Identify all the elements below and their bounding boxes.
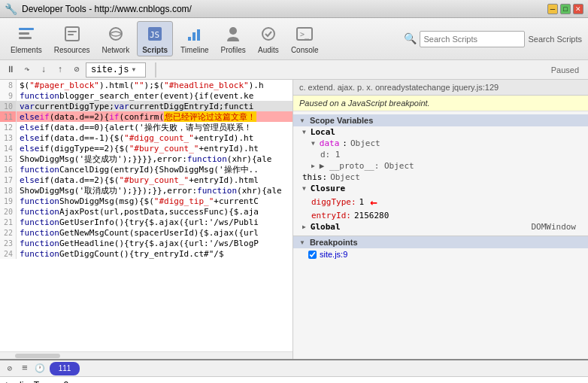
svg-rect-2 (19, 37, 32, 39)
profiles-icon (223, 23, 244, 44)
local-header[interactable]: Local (293, 126, 588, 138)
toolbar-timeline[interactable]: Timeline (176, 22, 213, 56)
toolbar-scripts[interactable]: JS Scripts (137, 21, 173, 56)
step-into-button[interactable]: ↓ (36, 62, 51, 78)
console-line-1: ▶ diggType = 2 (6, 380, 156, 383)
svg-rect-10 (192, 32, 195, 41)
network-label: Network (102, 46, 130, 54)
secondary-toolbar: ⏸ ↷ ↓ ↑ ⊘ site.js ▼ Paused (0, 60, 588, 80)
timeline-icon (184, 23, 205, 44)
toolbar-resources[interactable]: Resources (50, 22, 95, 56)
search-icon: 🔍 (404, 32, 417, 45)
audits-label: Audits (258, 46, 279, 54)
titlebar: 🔧 Developer Tools - http://www.cnblogs.c… (0, 0, 588, 18)
elements-label: Elements (11, 46, 42, 54)
window-controls: ─ □ ✕ (547, 4, 583, 14)
toolbar-console[interactable]: >_ Console (286, 22, 323, 56)
code-line-10: 10 var currentDiggType;var currentDiggEn… (0, 101, 292, 111)
svg-rect-0 (19, 28, 34, 30)
global-header[interactable]: Global DOMWindow (293, 221, 588, 233)
maximize-button[interactable]: □ (560, 4, 571, 14)
code-line-22: 22 function GetNewMsgCount(spacerUserId)… (0, 227, 292, 238)
console-prompt-1: ▶ (6, 380, 12, 383)
call-stack-info: c. extend. ajax. p. x. onreadystatechang… (293, 80, 588, 96)
step-out-button[interactable]: ↑ (53, 62, 68, 78)
code-line-11: 11 else if(data.d==2){if(confirm(您已经评论过这… (0, 111, 292, 122)
this-key: this: (302, 172, 327, 182)
console-content: ▶ diggType = 2 2 ▶ diggType 2 ▶ ↙ 点此打开控制… (0, 377, 588, 383)
global-triangle-icon (302, 223, 306, 230)
diggtype-item: diggType: 1 ← (293, 194, 588, 210)
titlebar-icon: 🔧 (5, 3, 17, 15)
svg-text:JS: JS (150, 30, 159, 40)
closure-header[interactable]: Closure (293, 183, 588, 194)
diggtype-key: diggType: (311, 197, 356, 207)
data-key: data (320, 138, 340, 148)
svg-point-13 (262, 28, 274, 40)
step-over-button[interactable]: ↷ (20, 62, 35, 78)
svg-point-6 (110, 28, 122, 40)
closure-triangle-icon (302, 185, 306, 192)
entryid-item: entryId: 2156280 (293, 210, 588, 221)
proto-item[interactable]: ▶ __proto__: Object (293, 160, 588, 172)
console-filter-button[interactable]: ≡ (18, 362, 32, 375)
console-icon: >_ (294, 23, 315, 44)
error-badge: 111 (50, 362, 80, 375)
file-dropdown-icon[interactable]: ▼ (132, 66, 135, 73)
data-value: Object (350, 138, 380, 148)
toolbar-elements[interactable]: Elements (6, 22, 47, 56)
search-label: Search Scripts (528, 35, 582, 44)
badge-count: 111 (59, 364, 71, 372)
scope-variables-section: Scope Variables Local data : Object d: 1… (293, 111, 588, 236)
toolbar-audits[interactable]: Audits (253, 22, 283, 56)
toolbar-network[interactable]: Network (98, 22, 135, 56)
data-object-item[interactable]: data : Object (293, 138, 588, 149)
toolbar-profiles[interactable]: Profiles (217, 22, 250, 56)
console-toolbar: ⊘ ≡ 🕐 111 (0, 360, 588, 377)
breakpoint-checkbox[interactable] (308, 251, 317, 259)
console-lines: ▶ diggType = 2 2 ▶ diggType 2 ▶ ↙ 点此打开控制… (6, 380, 156, 383)
code-line-9: 9 function blogger_search_enter(event){i… (0, 90, 292, 101)
network-icon (105, 23, 126, 44)
proto-triangle-icon (311, 163, 315, 169)
code-line-19: 19 function ShowDiggMsg(msg){$("#digg_ti… (0, 196, 292, 206)
console-label: Console (291, 46, 319, 54)
main-toolbar: Elements Resources Network JS Scripts Ti… (0, 18, 588, 60)
code-line-13: 13 else if(data.d==-1){$("#digg_count_"+… (0, 132, 292, 143)
breakpoints-section: Breakpoints site.js:9 (293, 236, 588, 260)
code-line-23: 23 function GetHeadline(){try{$.ajax({ur… (0, 238, 292, 248)
main-content: 8 $("#pager_block").html("");$("#headlin… (0, 80, 588, 359)
breakpoint-item: site.js:9 (293, 248, 588, 260)
svg-rect-1 (19, 32, 29, 35)
profiles-label: Profiles (221, 46, 246, 54)
console-cmd-1: diggType = 2 (17, 380, 68, 383)
code-panel: 8 $("#pager_block").html("");$("#headlin… (0, 80, 293, 359)
timeline-label: Timeline (180, 46, 208, 54)
breakpoints-header[interactable]: Breakpoints (293, 236, 588, 248)
diggtype-value: 1 (359, 197, 365, 207)
red-arrow-indicator: ← (370, 195, 377, 209)
audits-icon (258, 23, 279, 44)
deactivate-button[interactable]: ⊘ (69, 62, 84, 78)
this-value: Object (330, 172, 360, 182)
svg-rect-9 (188, 37, 191, 41)
console-clock-button[interactable]: 🕐 (33, 362, 47, 375)
scope-variables-header[interactable]: Scope Variables (293, 114, 588, 126)
minimize-button[interactable]: ─ (547, 4, 558, 14)
code-line-14: 14 else if(diggType==2){$("#bury_count_"… (0, 143, 292, 154)
filename-display: site.js ▼ (86, 62, 146, 78)
pause-button[interactable]: ⏸ (3, 62, 18, 78)
code-line-21: 21 function GetUserInfo(){try{$.ajax({ur… (0, 217, 292, 227)
code-lines: 8 $("#pager_block").html("");$("#headlin… (0, 80, 292, 351)
scripts-icon: JS (144, 23, 165, 44)
bp-triangle-icon (299, 239, 305, 246)
search-input[interactable] (420, 31, 525, 47)
data-triangle-icon (311, 140, 315, 147)
paused-label: Paused (551, 65, 585, 74)
close-button[interactable]: ✕ (573, 4, 583, 14)
code-line-17: 17 else if(data.d==2){$("#bury_count_"+e… (0, 175, 292, 185)
code-scrollbar[interactable] (0, 351, 292, 359)
d-item: d: 1 (293, 149, 588, 160)
proto-label: ▶ __proto__: Object (320, 161, 414, 171)
clear-console-button[interactable]: ⊘ (3, 362, 17, 375)
